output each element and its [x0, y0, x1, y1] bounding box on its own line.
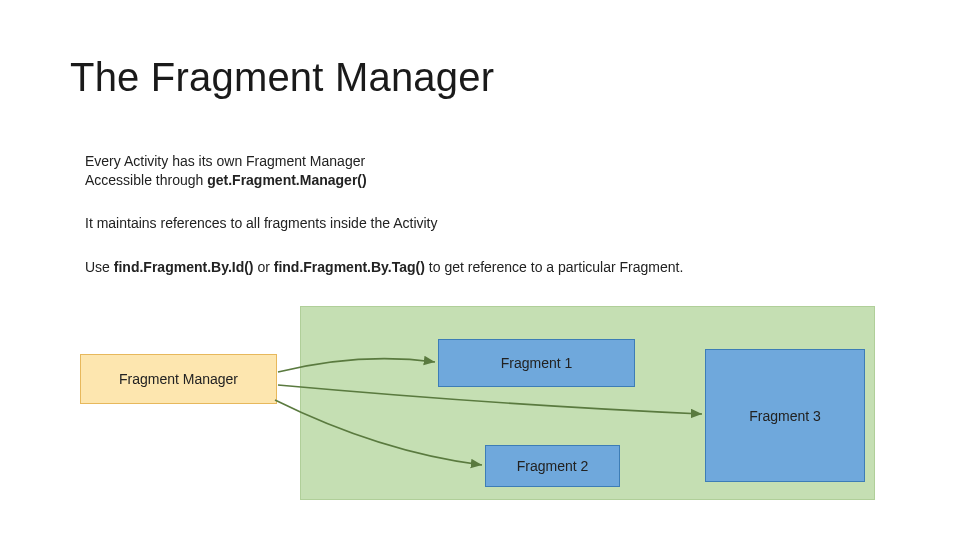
text-line-4-b2: find.Fragment.By.Tag() — [274, 259, 425, 275]
text-line-2: Accessible through get.Fragment.Manager(… — [85, 171, 367, 190]
text-line-1: Every Activity has its own Fragment Mana… — [85, 152, 365, 171]
text-line-4-mid: or — [254, 259, 274, 275]
text-line-2-bold: get.Fragment.Manager() — [207, 172, 366, 188]
fragment-3-box: Fragment 3 — [705, 349, 865, 482]
fragment-2-box: Fragment 2 — [485, 445, 620, 487]
text-line-4-pre: Use — [85, 259, 114, 275]
text-line-4: Use find.Fragment.By.Id() or find.Fragme… — [85, 258, 683, 277]
text-line-4-b1: find.Fragment.By.Id() — [114, 259, 254, 275]
fragment-manager-box: Fragment Manager — [80, 354, 277, 404]
text-line-2-pre: Accessible through — [85, 172, 207, 188]
fragment-1-box: Fragment 1 — [438, 339, 635, 387]
slide-title: The Fragment Manager — [70, 55, 494, 100]
text-line-3: It maintains references to all fragments… — [85, 214, 438, 233]
text-line-4-post: to get reference to a particular Fragmen… — [425, 259, 683, 275]
